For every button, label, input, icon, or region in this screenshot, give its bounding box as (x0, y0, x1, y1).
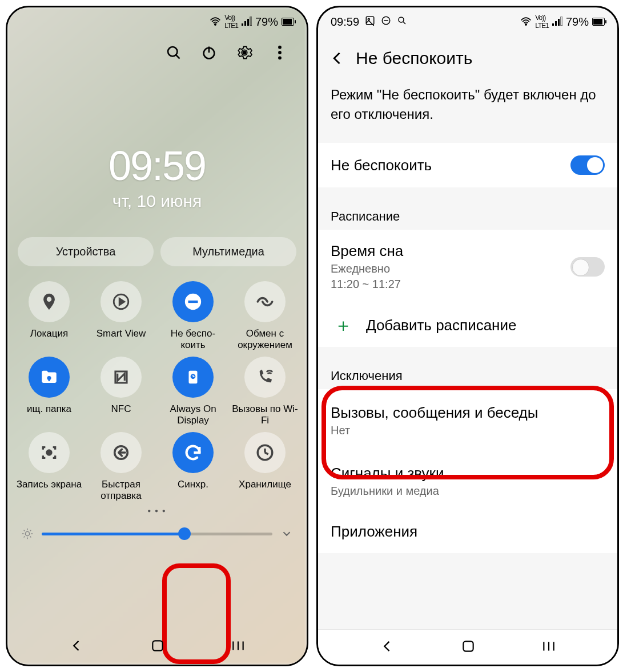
calls-title: Вызовы, сообщения и беседы (331, 404, 538, 422)
qs-icon-sync (172, 432, 214, 473)
chip-media[interactable]: Мультимедиа (160, 237, 296, 266)
dnd-label: Не беспокоить (331, 157, 432, 174)
sleep-title: Время сна (331, 242, 403, 260)
wifi-icon (520, 15, 532, 29)
sleep-row[interactable]: Время сна Ежедневно 11:20 ~ 11:27 (318, 230, 617, 303)
settings-header: Не беспокоить (318, 36, 617, 83)
svg-rect-2 (244, 21, 246, 26)
qs-label: Smart View (97, 328, 146, 352)
battery-pct: 79% (255, 15, 278, 29)
more-icon[interactable] (270, 43, 290, 62)
chevron-down-icon[interactable] (280, 527, 293, 540)
add-schedule-row[interactable]: ＋ Добавить расписание (318, 303, 617, 347)
svg-point-0 (215, 23, 216, 25)
qs-label: NFC (111, 403, 131, 427)
nav-home-icon[interactable] (461, 639, 476, 656)
nav-recents-icon[interactable] (231, 639, 246, 654)
brightness-slider[interactable] (21, 527, 293, 540)
qs-label: Не беспо- коить (171, 328, 215, 352)
qs-icon-cast (101, 281, 142, 322)
plus-icon: ＋ (334, 316, 352, 334)
nav-back-icon[interactable] (379, 638, 395, 657)
dnd-toggle-row[interactable]: Не беспокоить (318, 143, 617, 187)
svg-line-35 (24, 537, 25, 538)
qs-tile-5[interactable]: NFC (86, 357, 156, 427)
svg-line-6 (176, 55, 180, 59)
qs-label: ищ. папка (27, 403, 71, 427)
status-time: 09:59 (331, 15, 359, 29)
qs-tile-7[interactable]: Вызовы по Wi-Fi (230, 357, 300, 427)
svg-line-27 (265, 453, 268, 454)
qs-icon-quick (101, 432, 142, 473)
svg-point-23 (47, 450, 51, 455)
svg-line-33 (24, 530, 25, 531)
gear-icon[interactable] (235, 43, 254, 62)
svg-line-36 (30, 530, 31, 531)
page-title: Не беспокоить (356, 49, 472, 68)
qs-icon-nfc (101, 357, 142, 398)
lte-icon: Vo))LTE1 (224, 14, 238, 30)
signal-icon (552, 15, 562, 29)
back-icon[interactable] (329, 50, 345, 66)
search-icon[interactable] (164, 43, 183, 62)
nav-home-icon[interactable] (150, 638, 165, 655)
qs-label: Синхр. (178, 479, 208, 503)
svg-line-46 (403, 22, 405, 24)
svg-rect-18 (49, 379, 50, 381)
svg-point-42 (368, 18, 369, 20)
schedule-section: Расписание (318, 198, 617, 230)
svg-rect-1 (242, 23, 243, 26)
slider-track[interactable] (42, 533, 272, 535)
qs-tile-6[interactable]: Always On Display (158, 357, 228, 427)
calls-sub: Нет (331, 424, 350, 437)
add-schedule-label: Добавить расписание (366, 317, 516, 334)
svg-rect-52 (463, 641, 473, 651)
sun-icon (21, 527, 34, 540)
svg-rect-41 (366, 17, 374, 25)
svg-marker-14 (119, 298, 124, 305)
nav-back-icon[interactable] (69, 638, 85, 656)
qs-tile-4[interactable]: ищ. папка (14, 357, 84, 427)
alarms-row[interactable]: Сигналы и звуки Будильники и медиа (318, 452, 617, 510)
power-icon[interactable] (199, 43, 219, 62)
nav-bar (7, 629, 307, 665)
svg-point-5 (168, 47, 177, 56)
big-time: 09:59 (7, 142, 307, 189)
qs-label: Хранилище (239, 479, 291, 503)
dnd-status-icon (381, 15, 391, 29)
qs-icon-aod (172, 357, 214, 398)
svg-rect-16 (188, 301, 198, 303)
qs-grid: ЛокацияSmart ViewНе беспо- коитьОбмен с … (14, 281, 300, 503)
qs-tile-10[interactable]: Синхр. (158, 432, 228, 503)
qs-label: Обмен с окружением (230, 328, 300, 352)
apps-row[interactable]: Приложения (318, 510, 617, 553)
svg-point-9 (243, 51, 247, 55)
nav-recents-icon[interactable] (541, 640, 556, 655)
qs-tile-0[interactable]: Локация (14, 281, 84, 352)
alarms-title: Сигналы и звуки (331, 465, 444, 482)
qs-tile-9[interactable]: Быстрая отправка (86, 432, 156, 503)
svg-line-34 (30, 537, 31, 538)
qs-tile-11[interactable]: Хранилище (230, 432, 300, 503)
qs-tile-3[interactable]: Обмен с окружением (230, 281, 300, 352)
apps-title: Приложения (331, 523, 417, 541)
alarms-sub: Будильники и медиа (331, 485, 439, 498)
svg-rect-49 (555, 21, 557, 26)
dnd-toggle[interactable] (570, 155, 605, 175)
page-description: Режим "Не беспокоить" будет включен до е… (318, 83, 617, 143)
signal-icon (242, 15, 252, 29)
sleep-toggle[interactable] (570, 257, 605, 277)
right-phone: 09:59 Vo))LTE1 79% Не беспокоить Режим "… (316, 6, 619, 666)
svg-point-10 (278, 46, 282, 49)
svg-point-47 (525, 23, 527, 25)
qs-tile-8[interactable]: Запись экрана (14, 432, 84, 503)
qs-label: Локация (30, 328, 68, 352)
wifi-icon (210, 15, 221, 29)
calls-row[interactable]: Вызовы, сообщения и беседы Нет (318, 389, 617, 452)
exceptions-section: Исключения (318, 357, 617, 389)
svg-rect-50 (558, 19, 560, 26)
search-status-icon (397, 15, 407, 29)
qs-tile-1[interactable]: Smart View (86, 281, 156, 352)
chip-devices[interactable]: Устройства (18, 237, 154, 266)
qs-tile-2[interactable]: Не беспо- коить (158, 281, 228, 352)
